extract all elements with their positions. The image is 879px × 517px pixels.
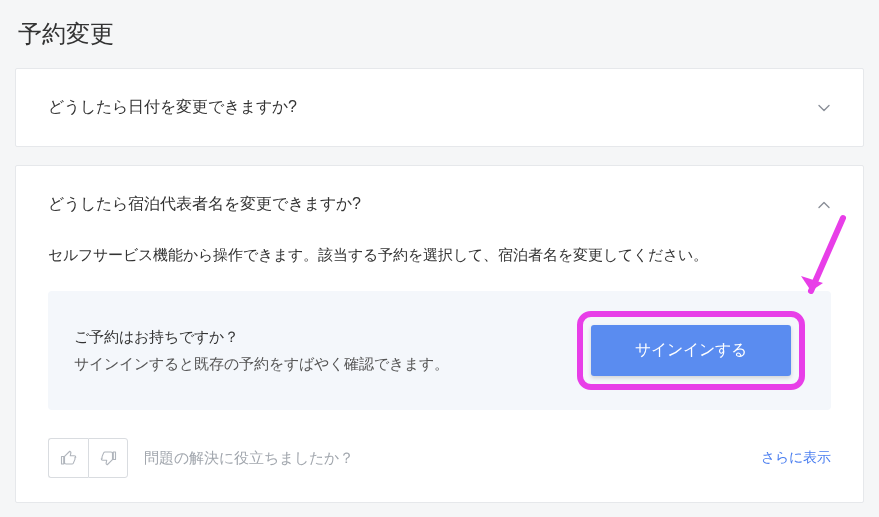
accordion-title: どうしたら日付を変更できますか? (48, 97, 297, 118)
annotation-highlight-box: サインインする (577, 311, 805, 390)
feedback-group: 問題の解決に役立ちましたか？ (48, 438, 354, 478)
thumbs-down-button[interactable] (88, 438, 128, 478)
signin-subtitle: サインインすると既存の予約をすばやく確認できます。 (74, 355, 557, 374)
show-more-link[interactable]: さらに表示 (761, 449, 831, 467)
thumbs-up-icon (60, 449, 78, 467)
accordion-item-guest-name-change: どうしたら宿泊代表者名を変更できますか? セルフサービス機能から操作できます。該… (15, 165, 864, 503)
accordion-header-guest-name[interactable]: どうしたら宿泊代表者名を変更できますか? (16, 166, 863, 243)
feedback-row: 問題の解決に役立ちましたか？ さらに表示 (48, 438, 831, 478)
thumb-buttons (48, 438, 128, 478)
help-body-text: セルフサービス機能から操作できます。該当する予約を選択して、宿泊者名を変更してく… (48, 243, 831, 267)
thumbs-down-icon (99, 449, 117, 467)
svg-marker-1 (801, 276, 823, 291)
feedback-question: 問題の解決に役立ちましたか？ (144, 449, 354, 468)
page-title: 予約変更 (15, 0, 864, 68)
accordion-body: セルフサービス機能から操作できます。該当する予約を選択して、宿泊者名を変更してく… (16, 243, 863, 502)
accordion-title: どうしたら宿泊代表者名を変更できますか? (48, 194, 361, 215)
signin-title: ご予約はお持ちですか？ (74, 328, 557, 347)
signin-panel-wrap: ご予約はお持ちですか？ サインインすると既存の予約をすばやく確認できます。 サイ… (48, 291, 831, 410)
accordion-header-date-change[interactable]: どうしたら日付を変更できますか? (16, 69, 863, 146)
signin-text-block: ご予約はお持ちですか？ サインインすると既存の予約をすばやく確認できます。 (74, 328, 557, 374)
signin-button[interactable]: サインインする (591, 325, 791, 376)
thumbs-up-button[interactable] (48, 438, 88, 478)
chevron-down-icon (817, 101, 831, 115)
signin-panel: ご予約はお持ちですか？ サインインすると既存の予約をすばやく確認できます。 サイ… (48, 291, 831, 410)
chevron-up-icon (817, 198, 831, 212)
accordion-item-date-change: どうしたら日付を変更できますか? (15, 68, 864, 147)
